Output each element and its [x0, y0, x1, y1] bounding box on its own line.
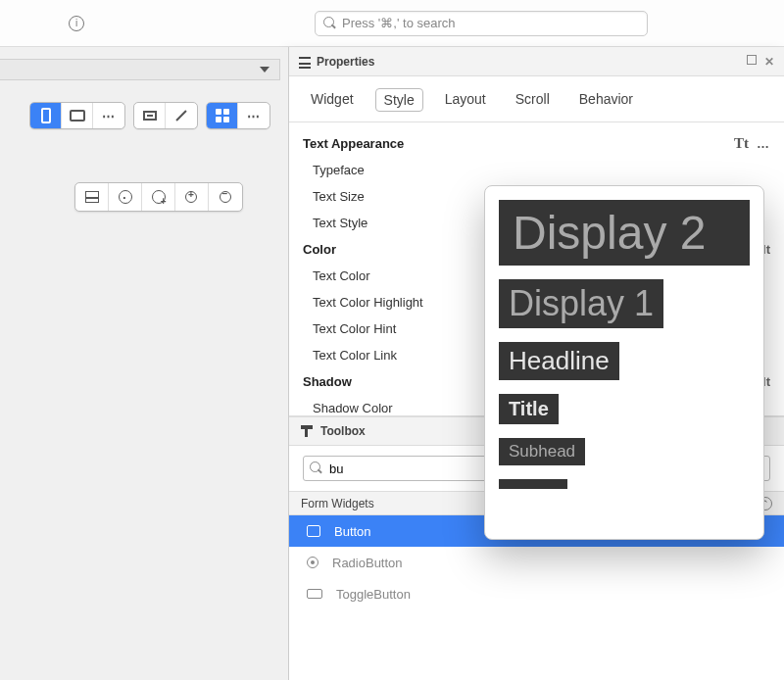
text-appearance-swatch[interactable]: Tt [734, 135, 749, 152]
mode-fill-button[interactable] [134, 103, 166, 128]
fill-icon [143, 111, 157, 121]
group-text-appearance: Text Appearance Tt … [289, 130, 784, 157]
toolbox-title: Toolbox [320, 424, 366, 438]
toolbox-item-label: RadioButton [332, 556, 403, 570]
style-option-headline[interactable]: Headline [499, 342, 619, 380]
info-icon[interactable]: i [69, 16, 84, 31]
toolbox-section-label: Form Widgets [301, 497, 374, 510]
search-placeholder: Press '⌘,' to search [342, 16, 456, 30]
dots-icon: ⋯ [102, 109, 116, 123]
style-option-subhead[interactable]: Subhead [499, 438, 585, 465]
group-label: Text Appearance [303, 136, 734, 151]
toggle-widget-icon [307, 589, 322, 599]
view-more-button[interactable]: ⋯ [238, 103, 270, 128]
device-phone-button[interactable] [30, 103, 62, 128]
zoom-toolbar [74, 182, 243, 212]
search-icon [323, 17, 336, 29]
hammer-icon [301, 425, 313, 437]
style-option-title[interactable]: Title [499, 394, 559, 424]
style-option-display1[interactable]: Display 1 [499, 279, 663, 328]
radio-widget-icon [307, 557, 318, 568]
list-icon [299, 57, 311, 67]
phone-icon [41, 108, 51, 123]
face-zoom-button[interactable] [142, 183, 175, 211]
properties-header: Properties ✕ [289, 47, 784, 76]
device-toolbar: ⋯ ⋯ [29, 102, 270, 129]
zoom-in-button[interactable] [175, 183, 209, 211]
more-icon[interactable]: … [757, 136, 770, 151]
zoom-out-icon [220, 191, 232, 204]
text-appearance-popover[interactable]: Display 2 Display 1 Headline Title Subhe… [484, 185, 764, 540]
collapsed-panel-bar[interactable] [0, 59, 280, 80]
view-grid-button[interactable] [207, 103, 238, 128]
toolbox-item-label: Button [334, 524, 371, 539]
split-view-button[interactable] [75, 183, 109, 211]
button-widget-icon [307, 525, 320, 537]
mode-group [133, 102, 198, 129]
view-group: ⋯ [206, 102, 270, 129]
restore-icon[interactable] [747, 55, 757, 65]
device-more-button[interactable]: ⋯ [93, 103, 124, 128]
style-option-cutoff [499, 479, 567, 489]
prop-typeface[interactable]: Typeface [289, 157, 784, 183]
tab-widget[interactable]: Widget [303, 88, 362, 112]
close-icon[interactable]: ✕ [764, 55, 774, 69]
device-tablet-button[interactable] [62, 103, 93, 128]
tab-layout[interactable]: Layout [437, 88, 494, 112]
dots-icon: ⋯ [247, 109, 261, 123]
tablet-icon [70, 110, 85, 121]
search-icon [310, 461, 322, 474]
chevron-down-icon [260, 67, 270, 73]
global-search[interactable]: Press '⌘,' to search [315, 11, 648, 36]
face-reset-button[interactable] [109, 183, 142, 211]
pencil-icon [175, 110, 186, 121]
mode-draw-button[interactable] [166, 103, 197, 128]
canvas-area: ⋯ ⋯ [0, 47, 288, 680]
properties-tabs: Widget Style Layout Scroll Behavior [289, 76, 784, 122]
tab-style[interactable]: Style [375, 88, 423, 112]
split-icon [85, 191, 99, 203]
tab-scroll[interactable]: Scroll [508, 88, 558, 112]
toolbox-item-togglebutton[interactable]: ToggleButton [289, 578, 784, 609]
device-group: ⋯ [29, 102, 125, 129]
face-icon [119, 190, 132, 204]
properties-title: Properties [317, 55, 374, 69]
style-option-display2[interactable]: Display 2 [499, 200, 750, 266]
zoom-out-button[interactable] [209, 183, 242, 211]
zoom-in-icon [185, 191, 198, 204]
grid-icon [216, 109, 229, 122]
tab-behavior[interactable]: Behavior [571, 88, 641, 112]
face-plus-icon [152, 190, 166, 204]
toolbox-item-radiobutton[interactable]: RadioButton [289, 547, 784, 578]
app-toolbar: i Press '⌘,' to search [0, 0, 784, 47]
toolbox-item-label: ToggleButton [336, 587, 411, 602]
